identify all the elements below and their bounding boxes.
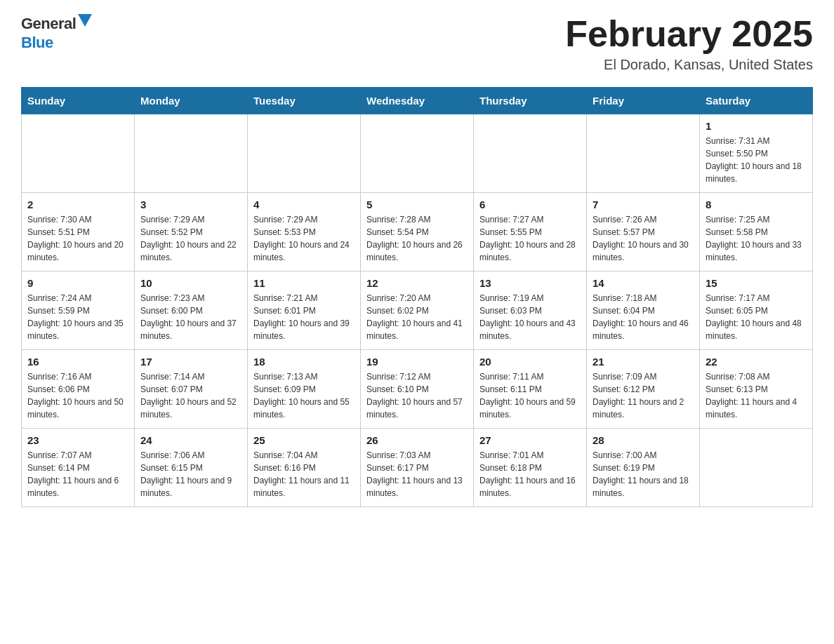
calendar-cell: 27Sunrise: 7:01 AMSunset: 6:18 PMDayligh… <box>474 429 587 507</box>
day-info: Sunrise: 7:31 AMSunset: 5:50 PMDaylight:… <box>706 135 807 185</box>
calendar-cell <box>474 114 587 193</box>
day-info: Sunrise: 7:13 AMSunset: 6:09 PMDaylight:… <box>253 370 355 421</box>
calendar-cell: 5Sunrise: 7:28 AMSunset: 5:54 PMDaylight… <box>361 193 474 271</box>
calendar-cell: 12Sunrise: 7:20 AMSunset: 6:02 PMDayligh… <box>361 271 474 350</box>
calendar-cell: 17Sunrise: 7:14 AMSunset: 6:07 PMDayligh… <box>135 350 248 429</box>
calendar-cell: 21Sunrise: 7:09 AMSunset: 6:12 PMDayligh… <box>587 350 700 429</box>
calendar-cell: 8Sunrise: 7:25 AMSunset: 5:58 PMDaylight… <box>700 193 813 271</box>
calendar-cell: 9Sunrise: 7:24 AMSunset: 5:59 PMDaylight… <box>22 271 135 350</box>
logo-general: General <box>21 15 76 33</box>
day-info: Sunrise: 7:26 AMSunset: 5:57 PMDaylight:… <box>593 213 694 264</box>
day-number: 1 <box>706 120 807 132</box>
day-info: Sunrise: 7:07 AMSunset: 6:14 PMDaylight:… <box>27 449 128 499</box>
day-number: 4 <box>253 199 355 210</box>
calendar-week-4: 16Sunrise: 7:16 AMSunset: 6:06 PMDayligh… <box>22 350 813 429</box>
calendar-body: 1Sunrise: 7:31 AMSunset: 5:50 PMDaylight… <box>22 114 813 507</box>
day-number: 17 <box>140 356 241 368</box>
logo-container: General Blue <box>21 14 92 52</box>
day-number: 2 <box>27 199 128 210</box>
day-number: 12 <box>366 277 468 289</box>
calendar-week-1: 1Sunrise: 7:31 AMSunset: 5:50 PMDaylight… <box>22 114 813 193</box>
page-header: General Blue February 2025 El Dorado, Ka… <box>21 14 813 73</box>
calendar-cell <box>248 114 361 193</box>
calendar-cell: 25Sunrise: 7:04 AMSunset: 6:16 PMDayligh… <box>248 429 361 507</box>
day-number: 6 <box>479 199 581 210</box>
day-number: 11 <box>253 277 355 289</box>
calendar-cell: 13Sunrise: 7:19 AMSunset: 6:03 PMDayligh… <box>474 271 587 350</box>
calendar-cell: 28Sunrise: 7:00 AMSunset: 6:19 PMDayligh… <box>587 429 700 507</box>
day-info: Sunrise: 7:04 AMSunset: 6:16 PMDaylight:… <box>253 449 355 499</box>
calendar-cell <box>135 114 248 193</box>
day-number: 10 <box>140 277 241 289</box>
day-info: Sunrise: 7:11 AMSunset: 6:11 PMDaylight:… <box>479 370 581 421</box>
day-number: 19 <box>366 356 468 368</box>
title-block: February 2025 El Dorado, Kansas, United … <box>565 14 813 73</box>
logo-arrow-icon <box>78 14 92 27</box>
calendar-cell: 23Sunrise: 7:07 AMSunset: 6:14 PMDayligh… <box>22 429 135 507</box>
day-number: 3 <box>140 199 241 210</box>
day-number: 16 <box>27 356 128 368</box>
calendar-cell <box>22 114 135 193</box>
day-info: Sunrise: 7:17 AMSunset: 6:05 PMDaylight:… <box>706 292 807 342</box>
calendar-cell: 26Sunrise: 7:03 AMSunset: 6:17 PMDayligh… <box>361 429 474 507</box>
day-info: Sunrise: 7:18 AMSunset: 6:04 PMDaylight:… <box>593 292 694 342</box>
day-info: Sunrise: 7:14 AMSunset: 6:07 PMDaylight:… <box>140 370 241 421</box>
logo-blue: Blue <box>21 34 53 51</box>
month-title: February 2025 <box>565 14 813 54</box>
day-info: Sunrise: 7:25 AMSunset: 5:58 PMDaylight:… <box>706 213 807 264</box>
calendar-cell: 3Sunrise: 7:29 AMSunset: 5:52 PMDaylight… <box>135 193 248 271</box>
calendar-cell <box>587 114 700 193</box>
day-number: 5 <box>366 199 468 210</box>
day-info: Sunrise: 7:24 AMSunset: 5:59 PMDaylight:… <box>27 292 128 342</box>
col-monday: Monday <box>135 88 248 114</box>
day-number: 15 <box>706 277 807 289</box>
calendar-cell: 10Sunrise: 7:23 AMSunset: 6:00 PMDayligh… <box>135 271 248 350</box>
day-info: Sunrise: 7:29 AMSunset: 5:52 PMDaylight:… <box>140 213 241 264</box>
calendar-cell: 18Sunrise: 7:13 AMSunset: 6:09 PMDayligh… <box>248 350 361 429</box>
day-info: Sunrise: 7:01 AMSunset: 6:18 PMDaylight:… <box>479 449 581 499</box>
day-info: Sunrise: 7:06 AMSunset: 6:15 PMDaylight:… <box>140 449 241 499</box>
calendar-cell: 16Sunrise: 7:16 AMSunset: 6:06 PMDayligh… <box>22 350 135 429</box>
calendar-cell: 7Sunrise: 7:26 AMSunset: 5:57 PMDaylight… <box>587 193 700 271</box>
calendar-cell: 6Sunrise: 7:27 AMSunset: 5:55 PMDaylight… <box>474 193 587 271</box>
calendar-cell: 14Sunrise: 7:18 AMSunset: 6:04 PMDayligh… <box>587 271 700 350</box>
day-info: Sunrise: 7:08 AMSunset: 6:13 PMDaylight:… <box>706 370 807 421</box>
calendar-cell: 11Sunrise: 7:21 AMSunset: 6:01 PMDayligh… <box>248 271 361 350</box>
calendar-cell <box>700 429 813 507</box>
calendar-cell: 15Sunrise: 7:17 AMSunset: 6:05 PMDayligh… <box>700 271 813 350</box>
col-wednesday: Wednesday <box>361 88 474 114</box>
calendar-cell: 2Sunrise: 7:30 AMSunset: 5:51 PMDaylight… <box>22 193 135 271</box>
svg-marker-0 <box>78 14 92 27</box>
day-info: Sunrise: 7:19 AMSunset: 6:03 PMDaylight:… <box>479 292 581 342</box>
calendar-cell <box>361 114 474 193</box>
col-thursday: Thursday <box>474 88 587 114</box>
day-info: Sunrise: 7:28 AMSunset: 5:54 PMDaylight:… <box>366 213 468 264</box>
calendar-cell: 19Sunrise: 7:12 AMSunset: 6:10 PMDayligh… <box>361 350 474 429</box>
calendar-header: Sunday Monday Tuesday Wednesday Thursday… <box>22 88 813 114</box>
calendar-cell: 1Sunrise: 7:31 AMSunset: 5:50 PMDaylight… <box>700 114 813 193</box>
day-info: Sunrise: 7:00 AMSunset: 6:19 PMDaylight:… <box>593 449 694 499</box>
day-number: 13 <box>479 277 581 289</box>
day-info: Sunrise: 7:09 AMSunset: 6:12 PMDaylight:… <box>593 370 694 421</box>
day-info: Sunrise: 7:23 AMSunset: 6:00 PMDaylight:… <box>140 292 241 342</box>
calendar-cell: 4Sunrise: 7:29 AMSunset: 5:53 PMDaylight… <box>248 193 361 271</box>
day-info: Sunrise: 7:21 AMSunset: 6:01 PMDaylight:… <box>253 292 355 342</box>
col-friday: Friday <box>587 88 700 114</box>
day-info: Sunrise: 7:30 AMSunset: 5:51 PMDaylight:… <box>27 213 128 264</box>
day-number: 25 <box>253 434 355 446</box>
day-number: 14 <box>593 277 694 289</box>
calendar-week-5: 23Sunrise: 7:07 AMSunset: 6:14 PMDayligh… <box>22 429 813 507</box>
day-info: Sunrise: 7:12 AMSunset: 6:10 PMDaylight:… <box>366 370 468 421</box>
calendar-table: Sunday Monday Tuesday Wednesday Thursday… <box>21 87 813 507</box>
logo: General Blue <box>21 14 92 52</box>
day-info: Sunrise: 7:27 AMSunset: 5:55 PMDaylight:… <box>479 213 581 264</box>
day-info: Sunrise: 7:29 AMSunset: 5:53 PMDaylight:… <box>253 213 355 264</box>
day-number: 18 <box>253 356 355 368</box>
day-number: 20 <box>479 356 581 368</box>
col-saturday: Saturday <box>700 88 813 114</box>
day-info: Sunrise: 7:20 AMSunset: 6:02 PMDaylight:… <box>366 292 468 342</box>
header-row: Sunday Monday Tuesday Wednesday Thursday… <box>22 88 813 114</box>
col-sunday: Sunday <box>22 88 135 114</box>
calendar-cell: 22Sunrise: 7:08 AMSunset: 6:13 PMDayligh… <box>700 350 813 429</box>
col-tuesday: Tuesday <box>248 88 361 114</box>
